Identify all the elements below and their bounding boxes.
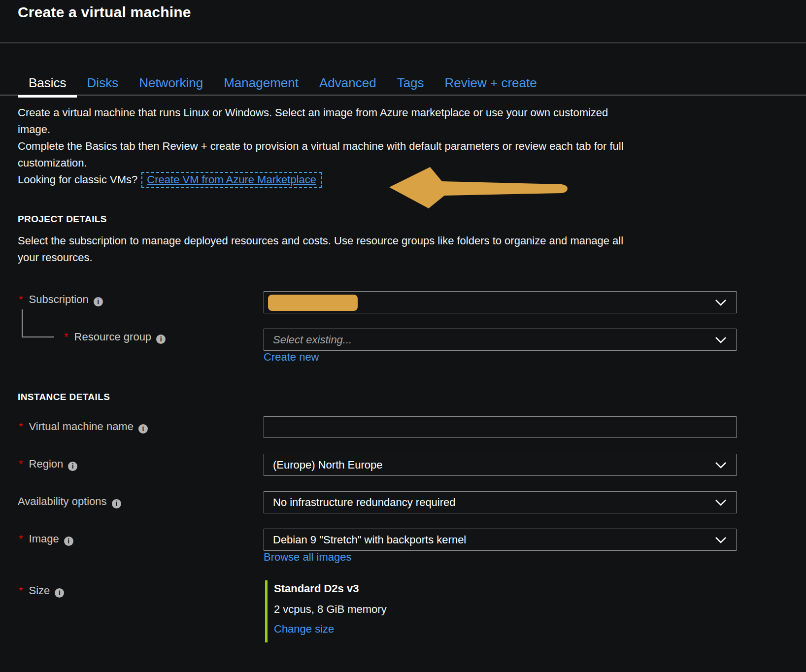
region-value: (Europe) North Europe xyxy=(273,459,383,471)
intro-line: image. xyxy=(18,121,624,138)
tab-review-create[interactable]: Review + create xyxy=(435,73,547,96)
tab-bar: Basics Disks Networking Management Advan… xyxy=(18,73,547,96)
required-asterisk: * xyxy=(19,293,23,305)
parent-child-connector xyxy=(22,309,54,337)
desc-line: your resources. xyxy=(18,249,623,266)
info-icon[interactable]: i xyxy=(64,537,73,546)
info-icon[interactable]: i xyxy=(156,335,166,344)
info-icon[interactable]: i xyxy=(55,588,64,598)
create-new-link[interactable]: Create new xyxy=(264,351,319,364)
info-icon[interactable]: i xyxy=(138,424,148,434)
intro-line: customization. xyxy=(18,155,624,171)
subscription-dropdown[interactable] xyxy=(264,291,737,313)
tab-management[interactable]: Management xyxy=(213,73,309,96)
desc-line: Select the subscription to manage deploy… xyxy=(18,233,623,249)
required-asterisk: * xyxy=(19,533,23,545)
required-asterisk: * xyxy=(19,458,23,470)
chevron-down-icon xyxy=(715,300,726,306)
size-specs: 2 vcpus, 8 GiB memory xyxy=(274,603,387,616)
resource-group-label: *Resource groupi xyxy=(64,331,166,344)
region-label: *Regioni xyxy=(19,458,77,471)
project-details-heading: PROJECT DETAILS xyxy=(18,214,107,225)
tab-tags[interactable]: Tags xyxy=(387,73,435,96)
intro-text: Create a virtual machine that runs Linux… xyxy=(18,104,624,188)
instance-details-heading: INSTANCE DETAILS xyxy=(18,392,110,403)
size-name: Standard D2s v3 xyxy=(274,582,359,595)
info-icon[interactable]: i xyxy=(68,462,77,471)
browse-all-images-link[interactable]: Browse all images xyxy=(264,551,352,564)
availability-options-label: Availability optionsi xyxy=(18,495,121,508)
info-icon[interactable]: i xyxy=(94,297,103,306)
required-asterisk: * xyxy=(64,331,68,343)
chevron-down-icon xyxy=(715,500,726,506)
tab-disks[interactable]: Disks xyxy=(77,73,129,96)
classic-vms-line: Looking for classic VMs?Create VM from A… xyxy=(18,171,624,188)
size-accent-bar xyxy=(265,580,268,642)
resource-group-dropdown[interactable]: Select existing... xyxy=(264,329,737,351)
project-details-description: Select the subscription to manage deploy… xyxy=(18,233,623,266)
create-vm-marketplace-link[interactable]: Create VM from Azure Marketplace xyxy=(141,172,322,188)
change-size-link[interactable]: Change size xyxy=(274,623,334,636)
region-dropdown[interactable]: (Europe) North Europe xyxy=(264,454,737,476)
required-asterisk: * xyxy=(19,584,23,597)
create-vm-page: Create a virtual machine Basics Disks Ne… xyxy=(0,0,806,672)
vm-name-label: *Virtual machine namei xyxy=(19,420,148,434)
classic-vms-question: Looking for classic VMs? xyxy=(18,173,137,186)
tab-basics[interactable]: Basics xyxy=(18,73,77,96)
size-label: *Sizei xyxy=(19,584,64,598)
subscription-label: *Subscriptioni xyxy=(19,293,103,306)
page-title: Create a virtual machine xyxy=(18,4,191,21)
tab-advanced[interactable]: Advanced xyxy=(309,73,387,96)
resource-group-placeholder: Select existing... xyxy=(273,334,352,346)
chevron-down-icon xyxy=(715,462,726,469)
image-label: *Imagei xyxy=(19,533,73,546)
tab-networking[interactable]: Networking xyxy=(129,73,213,96)
image-value: Debian 9 "Stretch" with backports kernel xyxy=(273,534,466,546)
chevron-down-icon xyxy=(715,537,726,543)
image-dropdown[interactable]: Debian 9 "Stretch" with backports kernel xyxy=(264,529,737,551)
vm-name-input[interactable] xyxy=(264,416,737,438)
tabbar-underline xyxy=(0,95,806,96)
subscription-value-redaction xyxy=(268,295,358,311)
chevron-down-icon xyxy=(715,337,726,343)
availability-options-dropdown[interactable]: No infrastructure redundancy required xyxy=(264,491,737,513)
title-divider xyxy=(0,42,806,43)
info-icon[interactable]: i xyxy=(112,499,121,508)
required-asterisk: * xyxy=(19,420,23,433)
intro-line: Complete the Basics tab then Review + cr… xyxy=(18,138,624,155)
availability-options-value: No infrastructure redundancy required xyxy=(273,496,456,508)
intro-line: Create a virtual machine that runs Linux… xyxy=(18,104,624,121)
